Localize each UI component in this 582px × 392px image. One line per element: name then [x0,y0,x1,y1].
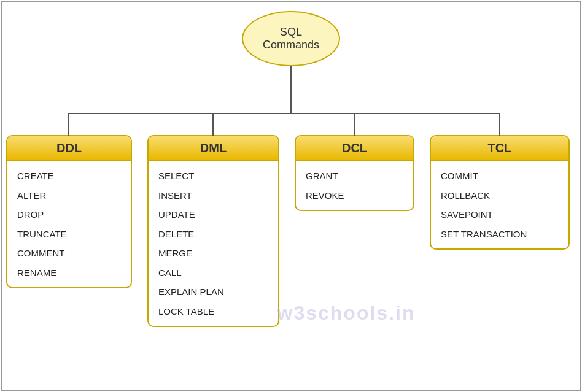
list-item: ALTER [17,186,121,206]
root-label: SQLCommands [263,26,319,52]
list-item: COMMENT [17,244,121,263]
list-item: MERGE [158,244,268,263]
dcl-box: DCL GRANT REVOKE [295,135,414,211]
watermark: w3schools.in [277,302,416,325]
root-ellipse: SQLCommands [242,11,340,66]
dml-box: DML SELECT INSERT UPDATE DELETE MERGE CA… [147,135,279,327]
ddl-header: DDL [7,136,131,161]
dml-header: DML [149,136,278,161]
ddl-items: CREATE ALTER DROP TRUNCATE COMMENT RENAM… [7,161,131,287]
list-item: SAVEPOINT [441,205,559,225]
list-item: TRUNCATE [17,225,121,244]
tcl-header: TCL [431,136,568,161]
diagram-container: SQLCommands DDL CREATE ALTER DROP TRUNCA… [0,0,582,392]
list-item: SELECT [158,166,268,186]
list-item: GRANT [306,166,403,186]
list-item: COMMIT [441,166,559,186]
tcl-items: COMMIT ROLLBACK SAVEPOINT SET TRANSACTIO… [431,161,568,248]
list-item: RENAME [17,263,121,283]
dml-items: SELECT INSERT UPDATE DELETE MERGE CALL E… [149,161,278,326]
list-item: EXPLAIN PLAN [158,282,268,302]
list-item: INSERT [158,186,268,206]
list-item: SET TRANSACTION [441,225,559,244]
list-item: LOCK TABLE [158,302,268,321]
ddl-box: DDL CREATE ALTER DROP TRUNCATE COMMENT R… [6,135,132,288]
list-item: DROP [17,205,121,225]
dcl-items: GRANT REVOKE [296,161,413,210]
list-item: UPDATE [158,205,268,225]
list-item: ROLLBACK [441,186,559,206]
dcl-header: DCL [296,136,413,161]
list-item: CREATE [17,166,121,186]
list-item: DELETE [158,225,268,244]
list-item: CALL [158,263,268,283]
tcl-box: TCL COMMIT ROLLBACK SAVEPOINT SET TRANSA… [430,135,570,250]
list-item: REVOKE [306,186,403,206]
